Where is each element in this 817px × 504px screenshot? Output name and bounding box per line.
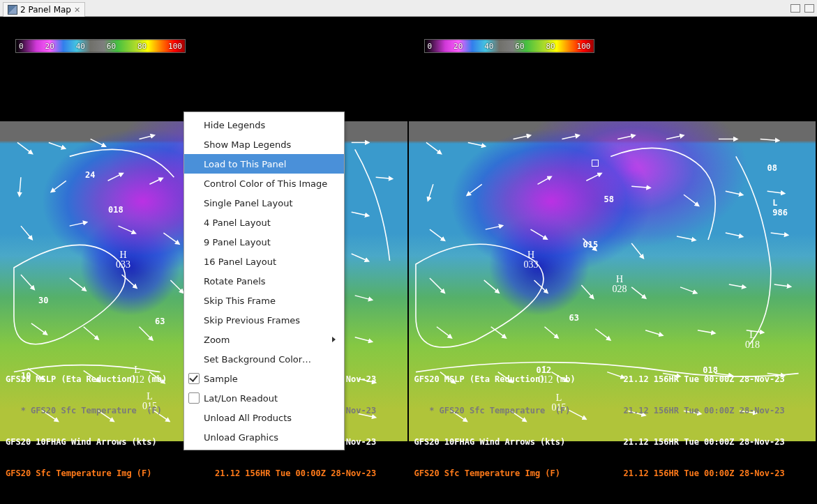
legend-row: GFS20 Sfc Temperature Img (F) 21.12 156H…	[414, 468, 785, 479]
tick: 100	[577, 42, 591, 51]
checkbox-icon	[188, 373, 200, 384]
chevron-right-icon	[332, 337, 336, 342]
ctx-rotate-panels[interactable]: Rotate Panels	[184, 271, 344, 291]
map[interactable]: 0 20 40 60 80 100	[409, 17, 816, 504]
isoline-label: L986	[772, 198, 788, 217]
tick: 40	[484, 42, 493, 51]
tick: 20	[45, 42, 54, 51]
isoline-label: 018	[108, 205, 123, 215]
minimize-button[interactable]	[790, 4, 800, 13]
ctx-set-bg-color[interactable]: Set Background Color…	[184, 349, 344, 369]
tick: 0	[19, 42, 24, 51]
product-legend: GFS20 MSLP (Eta Reduction) (mb) 21.12 15…	[414, 353, 785, 500]
ctx-single-panel[interactable]: Single Panel Layout	[184, 193, 344, 213]
ctx-control-color[interactable]: Control Color of This Image	[184, 174, 344, 193]
tick: 60	[515, 42, 524, 51]
pressure-high: H 028	[613, 275, 627, 294]
pressure-high: H 033	[116, 250, 130, 270]
window-controls	[790, 4, 814, 13]
tick: 80	[137, 42, 147, 51]
ctx-zoom[interactable]: Zoom	[184, 330, 344, 349]
isoline-label: 30	[38, 296, 48, 305]
isoline-label: 08	[767, 163, 777, 173]
ctx-4-panel[interactable]: 4 Panel Layout	[184, 213, 344, 232]
ctx-16-panel[interactable]: 16 Panel Layout	[184, 252, 344, 271]
tick: 60	[107, 42, 116, 51]
tick: 40	[76, 42, 85, 51]
pressure-low: L 018	[745, 330, 760, 350]
tab-2panelmap[interactable]: 2 Panel Map ✕	[3, 2, 85, 17]
legend-row: GFS20 10FHAG Wind Arrows (kts) 21.12 156…	[414, 437, 785, 448]
window-titlebar: 2 Panel Map ✕	[0, 0, 817, 17]
colorbar: 0 20 40 60 80 100	[424, 39, 594, 53]
ctx-skip-prev-frames[interactable]: Skip Previous Frames	[184, 310, 344, 330]
ctx-load-to-this-panel[interactable]: Load to This Panel	[184, 154, 344, 174]
workspace: 0 20 40 60 80 100	[0, 17, 817, 504]
tick: 20	[454, 42, 463, 51]
map-panel-right[interactable]: 0 20 40 60 80 100	[409, 17, 818, 504]
ctx-unload-all[interactable]: Unload All Products	[184, 408, 344, 427]
isoline-label: 63	[569, 313, 579, 323]
tick: 80	[546, 42, 555, 51]
ctx-latlon-readout[interactable]: Lat/Lon Readout	[184, 388, 344, 408]
isoline-label: 015	[583, 240, 599, 250]
legend-row: * GFS20 Sfc Temperature (F) 21.12 156HR …	[414, 406, 785, 416]
legend-row: GFS20 MSLP (Eta Reduction) (mb) 21.12 15…	[414, 374, 785, 385]
tab-title: 2 Panel Map	[20, 5, 71, 15]
isoline-label: 63	[155, 316, 165, 326]
colorbar: 0 20 40 60 80 100	[15, 39, 186, 53]
checkbox-icon	[188, 392, 200, 404]
pressure-high: H 033	[524, 250, 539, 270]
cursor-target-icon	[592, 160, 599, 167]
ctx-9-panel[interactable]: 9 Panel Layout	[184, 232, 344, 252]
ctx-sample[interactable]: Sample	[184, 369, 344, 388]
ctx-show-map-legends[interactable]: Show Map Legends	[184, 135, 344, 154]
isoline-label: 24	[85, 170, 95, 180]
tick: 0	[428, 42, 433, 51]
tick: 100	[168, 42, 182, 51]
ctx-hide-legends[interactable]: Hide Legends	[184, 115, 344, 135]
ctx-skip-frame[interactable]: Skip This Frame	[184, 291, 344, 310]
close-icon[interactable]: ✕	[74, 6, 80, 15]
legend-row: GFS20 Sfc Temperature Img (F) 21.12 156H…	[6, 468, 376, 479]
isoline-label: 58	[604, 194, 614, 204]
maximize-button[interactable]	[804, 4, 814, 13]
map-icon	[8, 5, 17, 15]
context-menu[interactable]: Hide Legends Show Map Legends Load to Th…	[183, 112, 345, 450]
ctx-unload-graphics[interactable]: Unload Graphics	[184, 427, 344, 447]
